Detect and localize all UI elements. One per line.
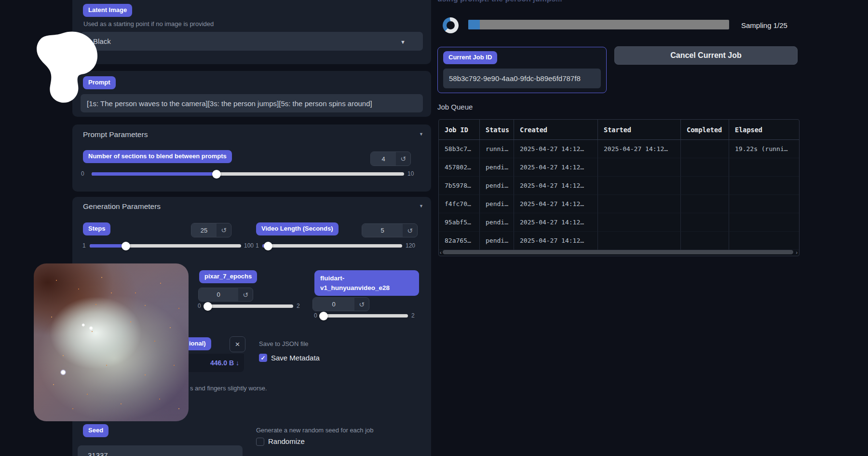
- steps-slider-fill: [90, 244, 126, 248]
- blend-slider-max: 10: [407, 170, 414, 177]
- video-length-slider-thumb[interactable]: [264, 242, 272, 250]
- steps-slider-thumb[interactable]: [122, 242, 130, 250]
- lora-note-fragment: s and fingers slightly worse.: [190, 385, 267, 392]
- job-queue-cell: [598, 177, 681, 195]
- lora-fluidart-slider-min: 0: [314, 312, 317, 319]
- video-length-slider[interactable]: [262, 244, 402, 248]
- reset-icon[interactable]: ↺: [396, 152, 410, 166]
- lora-fluidart-slider-max: 2: [411, 312, 415, 319]
- progress-label: Sampling 1/25: [741, 21, 787, 29]
- job-queue-cell: 2025-04-27 14:12…: [514, 177, 598, 195]
- close-icon: ×: [235, 340, 240, 349]
- job-queue-cell: 82a765…: [439, 232, 480, 250]
- job-queue-cell: 58b3c7…: [439, 140, 480, 158]
- blend-slider-min: 0: [81, 170, 84, 177]
- lora-pixar-label: pixar_7_epochs: [199, 270, 257, 283]
- video-length-value[interactable]: 5: [362, 224, 403, 237]
- current-job-label: Current Job ID: [443, 51, 497, 64]
- blend-sections-value[interactable]: 4: [371, 152, 396, 166]
- job-queue-cell: pendi…: [480, 195, 514, 213]
- blend-slider-thumb[interactable]: [212, 170, 221, 179]
- steps-slider[interactable]: [90, 244, 241, 248]
- latent-image-helper: Used as a starting point if no image is …: [83, 20, 214, 28]
- lora-fluidart-number-input: 0 ↺: [312, 297, 369, 311]
- job-queue-cell: 2025-04-27 14:12…: [514, 213, 598, 232]
- steps-slider-max: 100: [244, 242, 254, 249]
- file-size: 446.0 B: [210, 359, 234, 367]
- randomize-label[interactable]: Randomize: [268, 437, 305, 445]
- scroll-right-icon[interactable]: ›: [796, 250, 798, 255]
- job-queue-cell: pendi…: [480, 177, 514, 195]
- lora-fluidart-slider-thumb[interactable]: [319, 312, 328, 320]
- video-length-slider-min: 1: [256, 242, 259, 249]
- job-queue-table: Job IDStatusCreatedStartedCompletedElaps…: [438, 119, 800, 256]
- prompt-parameters-accordion-header[interactable]: Prompt Parameters ▼: [72, 124, 431, 142]
- blend-slider-fill: [92, 172, 217, 176]
- seed-label: Seed: [83, 424, 108, 437]
- job-queue-header-cell: Status: [480, 120, 514, 140]
- check-icon: ✓: [260, 355, 265, 361]
- job-queue-cell: [681, 177, 729, 195]
- job-queue-cell: 2025-04-27 14:12…: [514, 158, 598, 177]
- lora-fluidart-value[interactable]: 0: [313, 298, 354, 311]
- video-length-slider-max: 120: [406, 242, 415, 249]
- job-queue-cell: [598, 158, 681, 177]
- job-queue-cell: 457802…: [439, 158, 480, 177]
- white-blob-overlay: [35, 30, 101, 107]
- lora-pixar-slider-thumb[interactable]: [203, 302, 212, 311]
- lora-pixar-value[interactable]: 0: [199, 288, 238, 301]
- steps-label: Steps: [83, 222, 110, 235]
- scroll-left-icon[interactable]: ‹: [440, 250, 442, 255]
- job-queue-cell: 2025-04-27 14:12…: [514, 140, 598, 158]
- lora-pixar-number-input: 0 ↺: [198, 288, 253, 302]
- job-queue-title: Job Queue: [437, 103, 473, 111]
- save-json-helper: Save to JSON file: [259, 340, 309, 347]
- reset-icon[interactable]: ↺: [354, 298, 369, 311]
- job-queue-cell: [729, 158, 799, 177]
- generation-parameters-accordion-header[interactable]: Generation Parameters ▼: [72, 197, 431, 214]
- reset-icon[interactable]: ↺: [217, 223, 231, 237]
- save-metadata-label[interactable]: Save Metadata: [271, 354, 320, 362]
- lora-pixar-slider[interactable]: [205, 304, 293, 308]
- job-queue-cell: pendi…: [480, 213, 514, 232]
- job-queue-cell: [681, 158, 729, 177]
- prompt-input[interactable]: [1s: The person waves to the camera][3s:…: [81, 94, 423, 112]
- app-root: { "colors": { "page_bg": "#0d1019", "car…: [0, 0, 868, 456]
- job-queue-hscrollbar[interactable]: [443, 250, 793, 254]
- clear-file-button[interactable]: ×: [230, 336, 245, 352]
- job-queue-cell: pendi…: [480, 158, 514, 177]
- randomize-helper: Generate a new random seed for each job: [256, 427, 374, 434]
- job-queue-header-cell: Created: [514, 120, 598, 140]
- reset-icon[interactable]: ↺: [238, 288, 253, 301]
- generation-parameters-title: Generation Parameters: [83, 202, 161, 211]
- cancel-current-job-label: Cancel Current Job: [670, 51, 742, 60]
- latent-image-label: Latent Image: [83, 4, 132, 17]
- blend-slider[interactable]: [92, 172, 404, 176]
- save-metadata-checkbox[interactable]: ✓: [259, 354, 267, 362]
- steps-number-input: 25 ↺: [191, 223, 231, 237]
- cancel-current-job-button[interactable]: Cancel Current Job: [614, 46, 798, 65]
- caret-down-icon: ▼: [419, 132, 423, 137]
- latent-image-dropdown[interactable]: Black ▼: [81, 32, 423, 51]
- lora-pixar-slider-min: 0: [198, 303, 201, 309]
- current-job-id-value: 58b3c792-9e90-4aa0-9fdc-b89e6fd787f8: [449, 74, 581, 83]
- randomize-checkbox[interactable]: [256, 438, 264, 446]
- lora-fluidart-slider[interactable]: [321, 314, 408, 318]
- seed-input-value: 31337: [88, 451, 108, 456]
- status-text-fragment: using prompt: the person jumps...: [437, 0, 562, 3]
- job-queue-cell: f4fc70…: [439, 195, 480, 213]
- video-length-number-input: 5 ↺: [362, 223, 418, 237]
- job-queue-cell: [681, 232, 729, 250]
- job-queue-cell: runni…: [480, 140, 514, 158]
- job-queue-cell: 2025-04-27 14:12…: [514, 232, 598, 250]
- current-job-id-field[interactable]: 58b3c792-9e90-4aa0-9fdc-b89e6fd787f8: [443, 69, 601, 88]
- blend-sections-number-input: 4 ↺: [370, 152, 411, 166]
- reset-icon[interactable]: ↺: [403, 224, 417, 237]
- steps-value[interactable]: 25: [191, 223, 217, 237]
- seed-input[interactable]: 31337: [78, 445, 243, 456]
- job-queue-cell: 2025-04-27 14:12…: [514, 195, 598, 213]
- blob-shape: [37, 32, 97, 103]
- caret-down-icon: ▼: [419, 204, 423, 208]
- job-queue-header-cell: Started: [598, 120, 681, 140]
- progress-bar: [468, 20, 729, 29]
